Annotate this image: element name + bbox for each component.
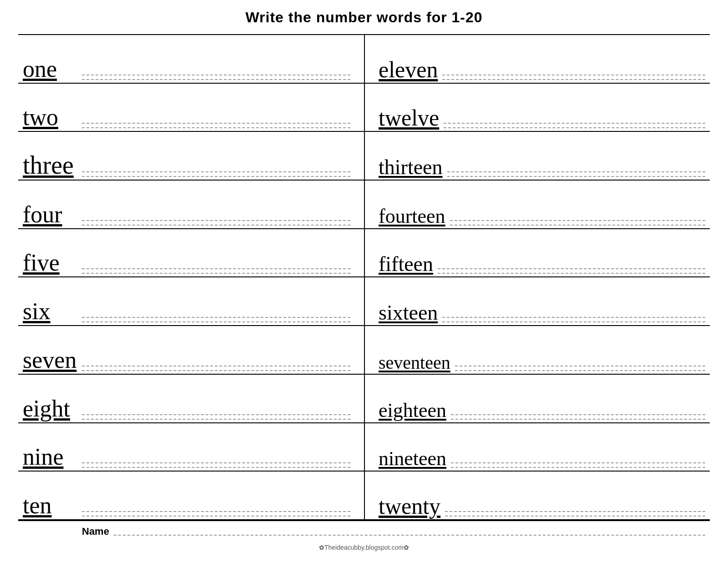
word-row-nineteen: nineteen xyxy=(364,423,710,472)
write-line-four[interactable] xyxy=(82,220,350,221)
write-line-nine-2[interactable] xyxy=(82,467,350,468)
word-row-five: five xyxy=(18,229,364,278)
write-line-one[interactable] xyxy=(82,75,350,75)
write-line-eleven-2[interactable] xyxy=(442,79,705,80)
write-line-nineteen[interactable] xyxy=(451,462,705,463)
word-row-two: two xyxy=(18,84,364,132)
word-label-three: three xyxy=(23,152,77,180)
write-line-thirteen-2[interactable] xyxy=(447,176,706,177)
write-line-six-2[interactable] xyxy=(82,321,350,322)
write-line-eighteen-2[interactable] xyxy=(451,419,705,420)
write-line-fifteen[interactable] xyxy=(438,268,705,269)
word-row-sixteen: sixteen xyxy=(364,277,710,326)
word-row-eleven: eleven xyxy=(364,35,710,84)
word-row-ten: ten xyxy=(18,472,364,520)
write-line-fourteen[interactable] xyxy=(450,220,705,221)
word-row-eighteen: eighteen xyxy=(364,375,710,423)
word-row-seven: seven xyxy=(18,326,364,375)
word-row-nine: nine xyxy=(18,423,364,472)
footer: ✿Theideacubby.blogspot.com✿ xyxy=(319,544,409,553)
word-label-twelve: twelve xyxy=(379,106,439,131)
write-line-ten[interactable] xyxy=(82,511,350,512)
write-line-fourteen-2[interactable] xyxy=(450,225,705,226)
word-label-ten: ten xyxy=(23,494,77,519)
write-line-twenty-2[interactable] xyxy=(445,516,705,517)
write-line-nineteen-2[interactable] xyxy=(451,467,705,468)
word-row-fourteen: fourteen xyxy=(364,181,710,229)
write-line-six[interactable] xyxy=(82,317,350,318)
word-row-twelve: twelve xyxy=(364,84,710,132)
write-line-eight[interactable] xyxy=(82,414,350,415)
write-line-twenty[interactable] xyxy=(445,511,705,512)
write-line-nine[interactable] xyxy=(82,462,350,463)
write-line-eighteen[interactable] xyxy=(451,414,705,415)
word-label-eight: eight xyxy=(23,397,77,422)
word-label-twenty: twenty xyxy=(379,495,440,519)
word-row-eight: eight xyxy=(18,375,364,423)
word-label-eleven: eleven xyxy=(379,58,438,83)
words-grid: one eleven two twelve xyxy=(18,35,710,520)
write-line-seventeen[interactable] xyxy=(455,366,705,366)
word-row-twenty: twenty xyxy=(364,472,710,520)
write-line-twelve-2[interactable] xyxy=(444,127,705,128)
write-line-two[interactable] xyxy=(82,123,350,124)
write-line-sixteen[interactable] xyxy=(442,317,705,318)
word-row-seventeen: seventeen xyxy=(364,326,710,375)
word-row-fifteen: fifteen xyxy=(364,229,710,278)
write-line-thirteen[interactable] xyxy=(447,171,706,172)
word-label-nine: nine xyxy=(23,445,77,471)
word-row-four: four xyxy=(18,181,364,229)
word-label-four: four xyxy=(23,203,77,228)
name-write-line[interactable] xyxy=(114,535,705,536)
word-label-seventeen: seventeen xyxy=(379,354,450,374)
write-line-seven-2[interactable] xyxy=(82,370,350,371)
write-line-seven[interactable] xyxy=(82,366,350,366)
write-line-two-2[interactable] xyxy=(82,127,350,128)
write-line-five-2[interactable] xyxy=(82,273,350,274)
write-line-eight-2[interactable] xyxy=(82,419,350,420)
write-line-five[interactable] xyxy=(82,268,350,269)
word-label-eighteen: eighteen xyxy=(379,401,446,422)
word-label-fifteen: fifteen xyxy=(379,254,433,276)
write-line-three[interactable] xyxy=(82,171,350,172)
write-line-twelve[interactable] xyxy=(444,123,705,124)
word-row-thirteen: thirteen xyxy=(364,132,710,181)
write-line-three-2[interactable] xyxy=(82,176,350,177)
name-label: Name xyxy=(82,526,109,537)
word-label-thirteen: thirteen xyxy=(379,157,443,180)
page-title: Write the number words for 1-20 xyxy=(245,9,482,26)
word-label-two: two xyxy=(23,105,77,131)
write-line-eleven[interactable] xyxy=(442,75,705,75)
write-line-sixteen-2[interactable] xyxy=(442,321,705,322)
word-label-fourteen: fourteen xyxy=(379,206,445,228)
word-row-three: three xyxy=(18,132,364,181)
word-label-five: five xyxy=(23,251,77,276)
name-section: Name xyxy=(18,520,710,540)
word-row-six: six xyxy=(18,277,364,326)
word-row-one: one xyxy=(18,35,364,84)
write-line-one-2[interactable] xyxy=(82,79,350,80)
write-line-fifteen-2[interactable] xyxy=(438,273,705,274)
write-line-ten-2[interactable] xyxy=(82,516,350,517)
word-label-seven: seven xyxy=(23,348,77,374)
word-label-six: six xyxy=(23,300,77,325)
word-label-one: one xyxy=(23,57,77,83)
write-line-four-2[interactable] xyxy=(82,225,350,226)
word-label-nineteen: nineteen xyxy=(379,449,446,471)
word-label-sixteen: sixteen xyxy=(379,302,438,325)
write-line-seventeen-2[interactable] xyxy=(455,370,705,371)
